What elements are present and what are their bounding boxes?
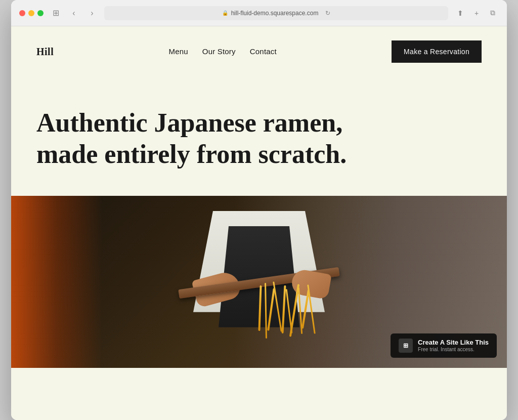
navbar: Hill Menu Our Story Contact Make a Reser… xyxy=(11,26,507,77)
nav-item-ourstory[interactable]: Our Story xyxy=(202,47,236,56)
close-button[interactable] xyxy=(19,10,25,16)
share-icon[interactable]: ⬆ xyxy=(454,7,466,19)
browser-window: ⊞ ‹ › 🔒 hill-fluid-demo.squarespace.com … xyxy=(11,0,507,420)
hero-section: Authentic Japanese ramen, made entirely … xyxy=(11,77,507,196)
squarespace-logo-icon: ⊞ xyxy=(399,339,413,353)
website-content: Hill Menu Our Story Contact Make a Reser… xyxy=(11,26,507,420)
traffic-lights xyxy=(19,10,44,16)
nav-link-menu[interactable]: Menu xyxy=(168,47,188,56)
hero-image: ⊞ Create A Site Like This Free trial. In… xyxy=(11,196,507,368)
squarespace-badge[interactable]: ⊞ Create A Site Like This Free trial. In… xyxy=(391,333,497,358)
minimize-button[interactable] xyxy=(28,10,34,16)
lock-icon: 🔒 xyxy=(222,10,228,16)
hero-title-line2: made entirely from scratch. xyxy=(36,140,347,169)
fire-glow xyxy=(11,196,102,368)
site-logo[interactable]: Hill xyxy=(36,46,54,58)
badge-main-text: Create A Site Like This xyxy=(418,339,489,346)
nav-item-menu[interactable]: Menu xyxy=(168,47,188,56)
browser-chrome: ⊞ ‹ › 🔒 hill-fluid-demo.squarespace.com … xyxy=(11,0,507,26)
fullscreen-button[interactable] xyxy=(37,10,44,16)
chef-body xyxy=(158,196,360,368)
refresh-icon[interactable]: ↻ xyxy=(325,10,330,17)
badge-text-group: Create A Site Like This Free trial. Inst… xyxy=(418,339,489,352)
nav-link-contact[interactable]: Contact xyxy=(250,47,277,56)
nav-link-ourstory[interactable]: Our Story xyxy=(202,47,236,56)
nav-item-contact[interactable]: Contact xyxy=(250,47,277,56)
url-text: hill-fluid-demo.squarespace.com xyxy=(231,10,319,17)
back-icon[interactable]: ‹ xyxy=(68,7,80,19)
chef-scene: ⊞ Create A Site Like This Free trial. In… xyxy=(11,196,507,368)
add-tab-icon[interactable]: + xyxy=(470,7,483,19)
badge-sub-text: Free trial. Instant access. xyxy=(418,347,489,352)
nav-links: Menu Our Story Contact xyxy=(168,47,276,56)
hero-title: Authentic Japanese ramen, made entirely … xyxy=(36,107,350,171)
copy-tab-icon[interactable]: ⧉ xyxy=(487,7,499,19)
sidebar-toggle-icon[interactable]: ⊞ xyxy=(50,7,62,19)
browser-actions: ⬆ + ⧉ xyxy=(454,7,499,19)
hero-title-line1: Authentic Japanese ramen, xyxy=(36,108,342,137)
forward-icon[interactable]: › xyxy=(86,7,98,19)
reservation-button[interactable]: Make a Reservation xyxy=(392,40,482,63)
address-bar[interactable]: 🔒 hill-fluid-demo.squarespace.com ↻ xyxy=(104,6,448,20)
